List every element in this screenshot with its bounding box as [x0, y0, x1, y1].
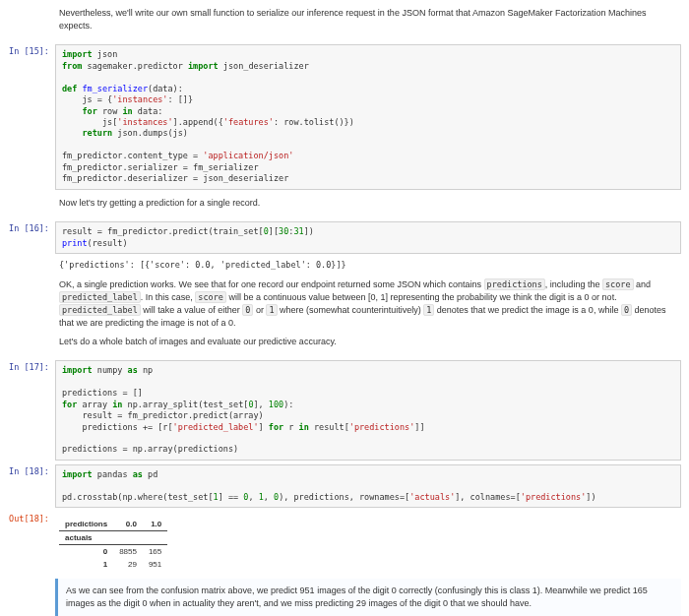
row-idx-1: 1: [59, 558, 113, 571]
in-prompt-18: In [18]:: [8, 464, 55, 508]
note-box: As we can see from the confusion matrix …: [55, 579, 681, 616]
output-cell-16: {'predictions': [{'score': 0.0, 'predict…: [8, 258, 681, 272]
code-cell-17: In [17]: import numpy as np predictions …: [8, 360, 681, 461]
row-idx-0: 0: [59, 545, 113, 559]
output-cell-18: Out[18]: predictions 0.0 1.0 actuals 0 8…: [8, 512, 681, 573]
code-one2: 1: [423, 304, 434, 316]
in-prompt-17: In [17]:: [8, 360, 55, 461]
in-prompt-16: In [16]:: [8, 221, 55, 254]
col-label: predictions: [59, 518, 113, 531]
cell: 165: [143, 545, 167, 559]
stdout-16: {'predictions': [{'score': 0.0, 'predict…: [55, 258, 350, 272]
code-cell-16: In [16]: result = fm_predictor.predict(t…: [8, 221, 681, 254]
t: will take a value of either: [141, 305, 243, 315]
text-paragraph: Now let's try getting a prediction for a…: [59, 197, 677, 210]
confusion-table: predictions 0.0 1.0 actuals 0 8855 165 1: [59, 518, 167, 571]
code-predictions: predictions: [484, 278, 545, 290]
t: . In this case,: [141, 292, 196, 302]
t: and: [634, 279, 652, 289]
t: will be a continuous value between [0, 1…: [226, 292, 617, 302]
table-row: 0 8855 165: [59, 545, 167, 559]
empty-prompt: [8, 4, 55, 40]
empty-prompt: [8, 194, 55, 218]
markdown-intro: Nevertheless, we'll write our own small …: [8, 4, 681, 40]
code-score: score: [602, 278, 634, 290]
cell: 29: [113, 558, 143, 571]
code-cell-18: In [18]: import pandas as pd pd.crosstab…: [8, 464, 681, 508]
note-paragraph-1: As we can see from the confusion matrix …: [66, 585, 673, 609]
cell: 951: [143, 558, 167, 571]
code-score2: score: [195, 291, 226, 303]
markdown-1: Now let's try getting a prediction for a…: [8, 194, 681, 218]
t: where (somewhat counterintuitively): [278, 305, 424, 315]
code-zero: 0: [242, 304, 253, 316]
col-header-0: 0.0: [113, 518, 143, 531]
output-content-18: predictions 0.0 1.0 actuals 0 8855 165 1: [55, 512, 681, 573]
code-zero2: 0: [621, 304, 632, 316]
row-label: actuals: [59, 531, 113, 545]
markdown-content: Now let's try getting a prediction for a…: [55, 194, 681, 218]
markdown-2: OK, a single prediction works. We see th…: [8, 276, 681, 356]
cell: 8855: [113, 545, 143, 559]
code-predicted-label2: predicted_label: [59, 304, 141, 316]
t: , including the: [545, 279, 602, 289]
t: OK, a single prediction works. We see th…: [59, 279, 484, 289]
code-predicted-label: predicted_label: [59, 291, 141, 303]
markdown-content: Nevertheless, we'll write our own small …: [55, 4, 681, 40]
code-content-18[interactable]: import pandas as pd pd.crosstab(np.where…: [55, 464, 681, 508]
code-one: 1: [266, 304, 277, 316]
t: or: [253, 305, 266, 315]
code-content-16[interactable]: result = fm_predictor.predict(train_set[…: [55, 221, 681, 254]
batch-paragraph: Let's do a whole batch of images and eva…: [59, 336, 677, 348]
in-prompt-15: In [15]:: [8, 44, 55, 190]
empty-prompt: [8, 258, 55, 272]
table-row: 1 29 951: [59, 558, 167, 571]
empty-prompt: [8, 276, 55, 356]
intro-paragraph: Nevertheless, we'll write our own small …: [59, 7, 677, 31]
out-prompt-18: Out[18]:: [8, 512, 55, 573]
code-cell-15: In [15]: import json from sagemaker.pred…: [8, 44, 681, 190]
explain-paragraph: OK, a single prediction works. We see th…: [59, 278, 677, 329]
code-content-15[interactable]: import json from sagemaker.predictor imp…: [55, 44, 681, 190]
t: denotes that we predict the image is a 0…: [434, 305, 621, 315]
code-content-17[interactable]: import numpy as np predictions = [] for …: [55, 360, 681, 461]
markdown-content: OK, a single prediction works. We see th…: [55, 276, 681, 356]
col-header-1: 1.0: [143, 518, 167, 531]
